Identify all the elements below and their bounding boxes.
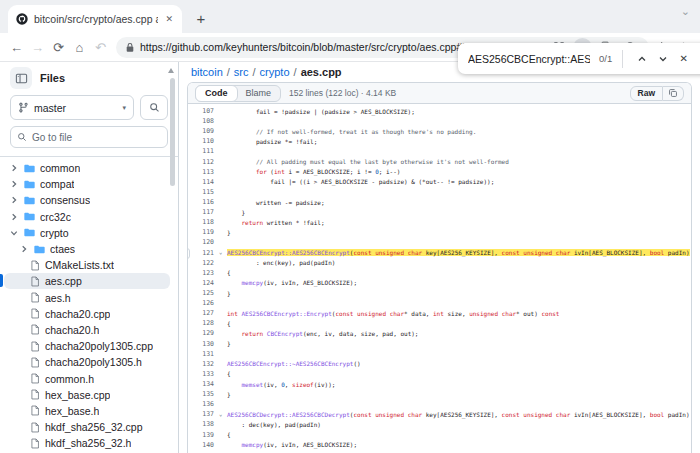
line-number[interactable]: 129 — [188, 329, 219, 337]
go-to-file-input[interactable]: Go to file — [10, 126, 168, 148]
line-number[interactable]: 116 — [188, 198, 219, 206]
tree-item-hkdf_sha256_32.h[interactable]: hkdf_sha256_32.h — [0, 435, 178, 451]
chevron-right-icon[interactable] — [10, 164, 19, 172]
tree-item-crypto[interactable]: crypto — [0, 225, 178, 241]
breadcrumb-crypto-link[interactable]: crypto — [260, 66, 290, 78]
line-number[interactable]: 140 — [188, 441, 219, 449]
undo-gesture-button[interactable]: ↶ — [90, 40, 111, 55]
line-number[interactable]: 137 — [188, 410, 219, 418]
tree-item-chacha20.h[interactable]: chacha20.h — [0, 322, 178, 338]
tree-item-hkdf_sha256_32.cpp[interactable]: hkdf_sha256_32.cpp — [0, 419, 178, 435]
tree-item-hex_base.cpp[interactable]: hex_base.cpp — [0, 387, 178, 403]
lock-icon — [125, 42, 135, 53]
fold-chevron-down-icon[interactable]: ⌄ — [219, 412, 227, 418]
breadcrumb-repo-link[interactable]: bitcoin — [191, 66, 223, 78]
copy-raw-button[interactable] — [663, 86, 684, 101]
line-number[interactable]: 135 — [188, 390, 219, 398]
tree-item-chacha20poly1305.cpp[interactable]: chacha20poly1305.cpp — [0, 338, 178, 354]
back-button[interactable]: ← — [6, 40, 27, 55]
tree-item-common.h[interactable]: common.h — [0, 370, 178, 386]
chevron-right-icon[interactable] — [20, 245, 29, 253]
new-tab-button[interactable]: + — [190, 7, 212, 29]
tab-code[interactable]: Code — [195, 85, 238, 102]
tree-item-chacha20.cpp[interactable]: chacha20.cpp — [0, 306, 178, 322]
find-in-page-bar[interactable]: AES256CBCEncrypt::AES256C 0/1 ✕ — [458, 43, 700, 74]
tab-blame[interactable]: Blame — [237, 86, 281, 101]
tree-item-label: hex_base.h — [45, 405, 99, 417]
line-number[interactable]: 130 — [188, 340, 219, 348]
line-number[interactable]: 120 — [188, 238, 219, 246]
file-icon — [30, 357, 40, 368]
line-number[interactable]: 131 — [188, 350, 219, 358]
tree-scrollbar-up-arrow[interactable] — [168, 68, 174, 73]
tree-item-consensus[interactable]: consensus — [0, 192, 178, 208]
line-number[interactable]: 111 — [188, 147, 219, 155]
tree-item-label: chacha20poly1305.h — [45, 356, 142, 368]
chevron-down-icon[interactable] — [10, 229, 19, 237]
tree-item-hex_base.h[interactable]: hex_base.h — [0, 403, 178, 419]
line-number[interactable]: 138 — [188, 420, 219, 428]
line-number[interactable]: 109 — [188, 127, 219, 135]
tree-item-label: compat — [40, 178, 74, 190]
line-number[interactable]: 126 — [188, 299, 219, 307]
line-number[interactable]: 139 — [188, 431, 219, 439]
line-number[interactable]: 117 — [188, 208, 219, 216]
code-line: 135} — [188, 389, 691, 399]
line-number[interactable]: 115 — [188, 188, 219, 196]
line-number[interactable]: 128 — [188, 319, 219, 327]
line-number[interactable]: 134 — [188, 380, 219, 388]
tree-item-ctaes[interactable]: ctaes — [0, 241, 178, 257]
tree-item-common[interactable]: common — [0, 160, 178, 176]
search-this-repo-button[interactable] — [140, 95, 168, 120]
line-number[interactable]: 107 — [188, 107, 219, 115]
line-number[interactable]: 132 — [188, 360, 219, 368]
line-number[interactable]: 123 — [188, 269, 219, 277]
find-close-button[interactable]: ✕ — [673, 48, 694, 69]
line-number[interactable]: 113 — [188, 168, 219, 176]
branch-selector[interactable]: master ▾ — [10, 95, 134, 120]
tabstrip-chevron-down-icon[interactable]: ⌄ — [681, 5, 690, 18]
file-meta: 152 lines (122 loc) · 4.14 KB — [289, 88, 396, 98]
line-number[interactable]: 118 — [188, 218, 219, 226]
tree-item-label: common — [40, 162, 80, 174]
find-next-button[interactable] — [652, 48, 673, 69]
line-actions-kebab-icon[interactable]: ⋯ — [187, 248, 190, 259]
fold-chevron-down-icon[interactable]: ⌄ — [219, 250, 227, 256]
tree-item-crc32c[interactable]: crc32c — [0, 209, 178, 225]
line-number[interactable]: 127 — [188, 309, 219, 317]
home-button[interactable]: ⌂ — [69, 40, 90, 55]
line-number[interactable]: 112 — [188, 158, 219, 166]
tab-close-icon[interactable]: ✕ — [164, 14, 174, 24]
find-previous-button[interactable] — [631, 48, 652, 69]
line-number[interactable]: 124 — [188, 279, 219, 287]
breadcrumb-src-link[interactable]: src — [234, 66, 249, 78]
line-number[interactable]: 133 — [188, 370, 219, 378]
chevron-right-icon[interactable] — [10, 180, 19, 188]
tree-item-aes.cpp[interactable]: aes.cpp — [0, 273, 178, 289]
tree-item-compat[interactable]: compat — [0, 176, 178, 192]
github-favicon-icon — [16, 13, 28, 25]
tree-item-CMakeLists.txt[interactable]: CMakeLists.txt — [0, 257, 178, 273]
code-viewer: 107 fail = !padsize | (padsize > AES_BLO… — [188, 104, 691, 450]
line-number[interactable]: 114 — [188, 178, 219, 186]
line-number[interactable]: 136 — [188, 400, 219, 408]
chevron-right-icon[interactable] — [10, 196, 19, 204]
line-number[interactable]: 108 — [188, 117, 219, 125]
tree-scrollbar-thumb[interactable] — [170, 78, 175, 186]
tree-item-chacha20poly1305.h[interactable]: chacha20poly1305.h — [0, 354, 178, 370]
code-line: 110 padsize *= !fail; — [188, 136, 691, 146]
line-number[interactable]: 125 — [188, 289, 219, 297]
tree-item-label: consensus — [40, 194, 90, 206]
line-number[interactable]: 122 — [188, 259, 219, 267]
collapse-sidebar-button[interactable] — [10, 67, 32, 89]
line-number[interactable]: 119 — [188, 228, 219, 236]
tree-item-aes.h[interactable]: aes.h — [0, 290, 178, 306]
raw-button[interactable]: Raw — [630, 86, 663, 101]
chevron-right-icon[interactable] — [10, 213, 19, 221]
reload-button[interactable]: ⟳ — [48, 40, 69, 55]
line-number[interactable]: 110 — [188, 137, 219, 145]
find-query-input[interactable]: AES256CBCEncrypt::AES256C — [468, 53, 590, 65]
line-number[interactable]: 121 — [188, 249, 219, 257]
browser-tab[interactable]: bitcoin/src/crypto/aes.cpp at ma ✕ — [8, 5, 182, 33]
forward-button[interactable]: → — [27, 40, 48, 55]
